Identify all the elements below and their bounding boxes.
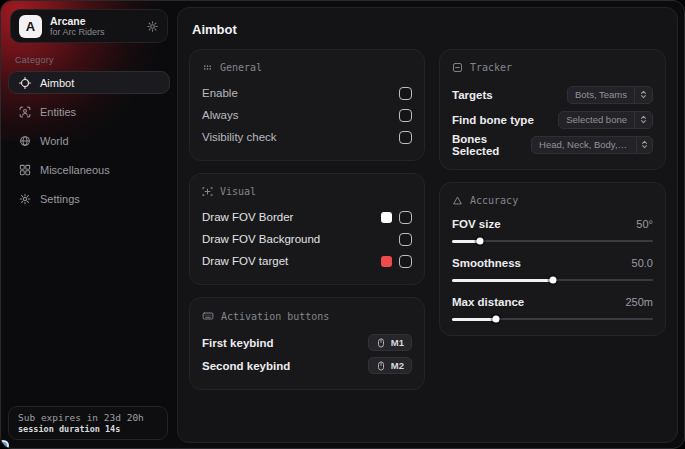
fov-background-checkbox[interactable] (399, 233, 412, 246)
app-name: Arcane (50, 15, 138, 27)
setting-label: Always (202, 109, 238, 121)
sidebar-nav: Aimbot Entities World (8, 71, 170, 210)
setting-label: FOV size (452, 218, 501, 230)
setting-row-always: Always (202, 104, 412, 126)
setting-row-targets: Targets Bots, Teams (452, 82, 653, 107)
sidebar-item-miscellaneous[interactable]: Miscellaneous (8, 158, 170, 181)
panel-title: Tracker (470, 62, 512, 73)
always-checkbox[interactable] (399, 109, 412, 122)
bones-selected-dropdown[interactable]: Head, Neck, Body, Fe... (531, 136, 653, 154)
slider-fill (452, 279, 553, 282)
setting-row-enable: Enable (202, 82, 412, 104)
fov-size-slider[interactable] (452, 237, 653, 245)
grip-icon (202, 62, 213, 73)
main-content: Aimbot General (177, 7, 678, 443)
setting-label: Draw FOV Background (202, 233, 320, 245)
panel-activation-buttons: Activation buttons First keybind M1 (189, 297, 425, 390)
app-identity: Arcane for Arc Riders (50, 15, 138, 37)
sub-expiry-text: Sub expires in 23d 20h (18, 412, 158, 423)
panel-title: General (220, 62, 262, 73)
app-logo: A (19, 15, 42, 38)
triangle-icon (452, 195, 463, 206)
panel-title: Visual (220, 186, 256, 197)
setting-label: Find bone type (452, 114, 534, 126)
fov-border-checkbox[interactable] (399, 211, 412, 224)
panel-title: Activation buttons (221, 311, 329, 322)
mouse-icon (376, 338, 386, 348)
find-bone-type-dropdown[interactable]: Selected bone (558, 111, 653, 129)
fov-target-checkbox[interactable] (399, 255, 412, 268)
slider-thumb[interactable] (477, 238, 484, 245)
globe-icon (19, 135, 31, 147)
sidebar: A Arcane for Arc Riders Category (1, 1, 177, 448)
app-subtitle: for Arc Riders (50, 27, 138, 37)
dropdown-value: Head, Neck, Body, Fe... (532, 139, 636, 150)
keyboard-icon (202, 310, 214, 322)
slider-thumb[interactable] (549, 277, 556, 284)
visual-icon (202, 186, 213, 197)
app-window: A Arcane for Arc Riders Category (0, 0, 685, 449)
max-distance-slider[interactable] (452, 315, 653, 323)
setting-row-find-bone-type: Find bone type Selected bone (452, 107, 653, 132)
entities-icon (19, 106, 31, 118)
panel-title: Accuracy (470, 195, 518, 206)
first-keybind-button[interactable]: M1 (368, 334, 412, 351)
setting-group-smoothness: Smoothness 50.0 (452, 254, 653, 284)
setting-row-second-keybind: Second keybind M2 (202, 354, 412, 377)
panel-general: General Enable Always Visibility check (189, 49, 425, 161)
mouse-icon (376, 361, 386, 371)
setting-label: Draw FOV target (202, 255, 288, 267)
fov-border-color-swatch[interactable] (381, 212, 392, 223)
grid-icon (19, 164, 31, 176)
sidebar-item-settings[interactable]: Settings (8, 187, 170, 210)
gear-icon (19, 193, 31, 205)
setting-label: Smoothness (452, 257, 521, 269)
visibility-check-checkbox[interactable] (399, 131, 412, 144)
sidebar-item-world[interactable]: World (8, 129, 170, 152)
targets-dropdown[interactable]: Bots, Teams (567, 86, 653, 104)
setting-label: Bones Selected (452, 133, 531, 157)
page-title: Aimbot (192, 22, 666, 37)
sidebar-item-label: Entities (40, 106, 76, 118)
max-distance-value: 250m (625, 296, 653, 308)
keybind-value: M2 (391, 360, 404, 371)
setting-label: Draw FOV Border (202, 211, 293, 223)
enable-checkbox[interactable] (399, 87, 412, 100)
dropdown-value: Selected bone (559, 114, 634, 125)
setting-row-visibility-check: Visibility check (202, 126, 412, 148)
setting-row-first-keybind: First keybind M1 (202, 331, 412, 354)
chevrons-up-down-icon (636, 137, 652, 153)
setting-group-fov-size: FOV size 50° (452, 215, 653, 245)
setting-row-fov-target: Draw FOV target (202, 250, 412, 272)
sidebar-item-label: Aimbot (40, 77, 74, 89)
setting-label: Max distance (452, 296, 524, 308)
dropdown-value: Bots, Teams (568, 89, 634, 100)
header-gear-icon[interactable] (146, 20, 159, 33)
chevrons-up-down-icon (634, 87, 652, 103)
setting-label: Enable (202, 87, 238, 99)
fov-size-value: 50° (636, 218, 653, 230)
sidebar-header-card: A Arcane for Arc Riders (10, 9, 168, 43)
panel-tracker: Tracker Targets Bots, Teams (439, 49, 666, 170)
sidebar-item-label: Miscellaneous (40, 164, 110, 176)
slider-fill (452, 240, 480, 243)
chevrons-up-down-icon (634, 112, 652, 128)
mouse-cursor (0, 440, 9, 449)
slider-thumb[interactable] (493, 316, 500, 323)
sidebar-item-aimbot[interactable]: Aimbot (8, 71, 170, 94)
smoothness-value: 50.0 (632, 257, 653, 269)
crosshair-icon (19, 77, 31, 89)
fov-target-color-swatch[interactable] (381, 256, 392, 267)
slider-fill (452, 318, 496, 321)
window-frame: A Arcane for Arc Riders Category (0, 0, 685, 449)
sidebar-item-entities[interactable]: Entities (8, 100, 170, 123)
panel-accuracy: Accuracy FOV size 50° (439, 182, 666, 336)
setting-row-fov-border: Draw FOV Border (202, 206, 412, 228)
tracker-icon (452, 62, 463, 73)
setting-row-fov-background: Draw FOV Background (202, 228, 412, 250)
second-keybind-button[interactable]: M2 (368, 357, 412, 374)
smoothness-slider[interactable] (452, 276, 653, 284)
setting-row-bones-selected: Bones Selected Head, Neck, Body, Fe... (452, 132, 653, 157)
setting-group-max-distance: Max distance 250m (452, 293, 653, 323)
setting-label: First keybind (202, 337, 274, 349)
